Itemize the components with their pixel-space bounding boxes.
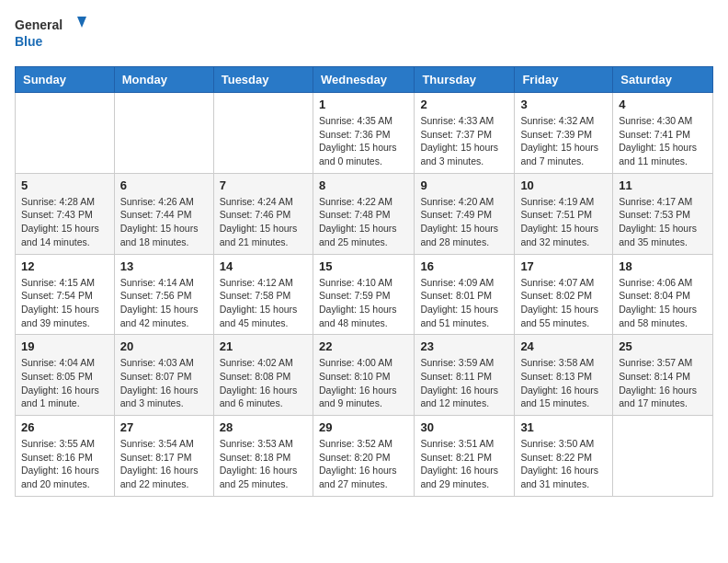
day-number: 29 xyxy=(319,420,408,434)
weekday-header-row: SundayMondayTuesdayWednesdayThursdayFrid… xyxy=(16,67,713,93)
calendar-cell: 24Sunrise: 3:58 AM Sunset: 8:13 PM Dayli… xyxy=(515,335,613,416)
day-info: Sunrise: 4:32 AM Sunset: 7:39 PM Dayligh… xyxy=(520,114,607,168)
day-info: Sunrise: 3:59 AM Sunset: 8:11 PM Dayligh… xyxy=(420,356,508,410)
day-number: 14 xyxy=(220,259,307,273)
calendar-cell: 14Sunrise: 4:12 AM Sunset: 7:58 PM Dayli… xyxy=(213,254,313,335)
calendar-cell: 9Sunrise: 4:20 AM Sunset: 7:49 PM Daylig… xyxy=(415,173,515,254)
day-info: Sunrise: 3:57 AM Sunset: 8:14 PM Dayligh… xyxy=(619,356,707,410)
svg-text:Blue: Blue xyxy=(15,34,43,49)
calendar-cell xyxy=(613,416,713,497)
day-info: Sunrise: 4:30 AM Sunset: 7:41 PM Dayligh… xyxy=(619,114,707,168)
day-number: 27 xyxy=(120,420,208,434)
day-info: Sunrise: 4:35 AM Sunset: 7:36 PM Dayligh… xyxy=(319,114,408,168)
calendar-cell: 5Sunrise: 4:28 AM Sunset: 7:43 PM Daylig… xyxy=(16,173,115,254)
day-info: Sunrise: 4:12 AM Sunset: 7:58 PM Dayligh… xyxy=(220,276,307,330)
calendar-cell: 13Sunrise: 4:14 AM Sunset: 7:56 PM Dayli… xyxy=(114,254,213,335)
day-info: Sunrise: 4:09 AM Sunset: 8:01 PM Dayligh… xyxy=(420,276,508,330)
day-info: Sunrise: 4:17 AM Sunset: 7:53 PM Dayligh… xyxy=(619,195,707,249)
day-number: 25 xyxy=(619,339,707,353)
day-info: Sunrise: 3:52 AM Sunset: 8:20 PM Dayligh… xyxy=(319,437,408,491)
calendar-cell: 4Sunrise: 4:30 AM Sunset: 7:41 PM Daylig… xyxy=(613,93,713,174)
calendar-week-5: 26Sunrise: 3:55 AM Sunset: 8:16 PM Dayli… xyxy=(16,416,713,497)
calendar-cell xyxy=(16,93,115,174)
day-number: 15 xyxy=(319,259,408,273)
calendar-week-4: 19Sunrise: 4:04 AM Sunset: 8:05 PM Dayli… xyxy=(16,335,713,416)
svg-text:General: General xyxy=(15,17,63,32)
day-number: 3 xyxy=(520,98,607,111)
day-info: Sunrise: 4:03 AM Sunset: 8:07 PM Dayligh… xyxy=(120,356,208,410)
calendar-cell: 25Sunrise: 3:57 AM Sunset: 8:14 PM Dayli… xyxy=(613,335,713,416)
day-number: 11 xyxy=(619,178,707,192)
calendar-cell: 8Sunrise: 4:22 AM Sunset: 7:48 PM Daylig… xyxy=(313,173,414,254)
page-header: General Blue xyxy=(15,15,713,55)
day-number: 7 xyxy=(220,178,307,192)
day-info: Sunrise: 4:33 AM Sunset: 7:37 PM Dayligh… xyxy=(420,114,508,168)
weekday-header-wednesday: Wednesday xyxy=(313,67,414,93)
calendar-cell: 21Sunrise: 4:02 AM Sunset: 8:08 PM Dayli… xyxy=(213,335,313,416)
logo-svg: General Blue xyxy=(15,15,88,55)
weekday-header-saturday: Saturday xyxy=(613,67,713,93)
day-number: 28 xyxy=(220,420,307,434)
logo: General Blue xyxy=(15,15,88,55)
calendar-cell: 31Sunrise: 3:50 AM Sunset: 8:22 PM Dayli… xyxy=(515,416,613,497)
day-number: 19 xyxy=(21,339,108,353)
calendar-cell: 26Sunrise: 3:55 AM Sunset: 8:16 PM Dayli… xyxy=(16,416,115,497)
day-number: 21 xyxy=(220,339,307,353)
day-number: 9 xyxy=(420,178,508,192)
calendar-cell: 3Sunrise: 4:32 AM Sunset: 7:39 PM Daylig… xyxy=(515,93,613,174)
calendar-week-1: 1Sunrise: 4:35 AM Sunset: 7:36 PM Daylig… xyxy=(16,93,713,174)
day-info: Sunrise: 3:53 AM Sunset: 8:18 PM Dayligh… xyxy=(220,437,307,491)
day-info: Sunrise: 4:26 AM Sunset: 7:44 PM Dayligh… xyxy=(120,195,208,249)
day-info: Sunrise: 3:58 AM Sunset: 8:13 PM Dayligh… xyxy=(520,356,607,410)
day-number: 12 xyxy=(21,259,108,273)
calendar-cell: 19Sunrise: 4:04 AM Sunset: 8:05 PM Dayli… xyxy=(16,335,115,416)
weekday-header-friday: Friday xyxy=(515,67,613,93)
day-number: 6 xyxy=(120,178,208,192)
calendar-cell: 2Sunrise: 4:33 AM Sunset: 7:37 PM Daylig… xyxy=(415,93,515,174)
day-number: 13 xyxy=(120,259,208,273)
weekday-header-monday: Monday xyxy=(114,67,213,93)
day-info: Sunrise: 4:24 AM Sunset: 7:46 PM Dayligh… xyxy=(220,195,307,249)
calendar-cell: 17Sunrise: 4:07 AM Sunset: 8:02 PM Dayli… xyxy=(515,254,613,335)
calendar-cell: 16Sunrise: 4:09 AM Sunset: 8:01 PM Dayli… xyxy=(415,254,515,335)
day-info: Sunrise: 4:28 AM Sunset: 7:43 PM Dayligh… xyxy=(21,195,108,249)
day-number: 16 xyxy=(420,259,508,273)
calendar-cell: 29Sunrise: 3:52 AM Sunset: 8:20 PM Dayli… xyxy=(313,416,414,497)
calendar-cell: 27Sunrise: 3:54 AM Sunset: 8:17 PM Dayli… xyxy=(114,416,213,497)
day-info: Sunrise: 4:19 AM Sunset: 7:51 PM Dayligh… xyxy=(520,195,607,249)
day-info: Sunrise: 4:14 AM Sunset: 7:56 PM Dayligh… xyxy=(120,276,208,330)
calendar-cell: 23Sunrise: 3:59 AM Sunset: 8:11 PM Dayli… xyxy=(415,335,515,416)
calendar-week-3: 12Sunrise: 4:15 AM Sunset: 7:54 PM Dayli… xyxy=(16,254,713,335)
day-info: Sunrise: 4:00 AM Sunset: 8:10 PM Dayligh… xyxy=(319,356,408,410)
day-info: Sunrise: 3:55 AM Sunset: 8:16 PM Dayligh… xyxy=(21,437,108,491)
calendar-cell: 10Sunrise: 4:19 AM Sunset: 7:51 PM Dayli… xyxy=(515,173,613,254)
day-info: Sunrise: 4:06 AM Sunset: 8:04 PM Dayligh… xyxy=(619,276,707,330)
day-info: Sunrise: 4:07 AM Sunset: 8:02 PM Dayligh… xyxy=(520,276,607,330)
calendar-cell: 6Sunrise: 4:26 AM Sunset: 7:44 PM Daylig… xyxy=(114,173,213,254)
calendar-table: SundayMondayTuesdayWednesdayThursdayFrid… xyxy=(15,66,713,497)
day-number: 31 xyxy=(520,420,607,434)
calendar-cell: 20Sunrise: 4:03 AM Sunset: 8:07 PM Dayli… xyxy=(114,335,213,416)
calendar-cell: 15Sunrise: 4:10 AM Sunset: 7:59 PM Dayli… xyxy=(313,254,414,335)
day-number: 17 xyxy=(520,259,607,273)
day-info: Sunrise: 3:51 AM Sunset: 8:21 PM Dayligh… xyxy=(420,437,508,491)
svg-marker-2 xyxy=(77,17,86,28)
calendar-cell: 1Sunrise: 4:35 AM Sunset: 7:36 PM Daylig… xyxy=(313,93,414,174)
day-number: 18 xyxy=(619,259,707,273)
day-info: Sunrise: 4:20 AM Sunset: 7:49 PM Dayligh… xyxy=(420,195,508,249)
calendar-cell: 22Sunrise: 4:00 AM Sunset: 8:10 PM Dayli… xyxy=(313,335,414,416)
day-number: 8 xyxy=(319,178,408,192)
day-info: Sunrise: 3:50 AM Sunset: 8:22 PM Dayligh… xyxy=(520,437,607,491)
calendar-cell: 18Sunrise: 4:06 AM Sunset: 8:04 PM Dayli… xyxy=(613,254,713,335)
day-number: 10 xyxy=(520,178,607,192)
day-info: Sunrise: 4:15 AM Sunset: 7:54 PM Dayligh… xyxy=(21,276,108,330)
calendar-cell: 30Sunrise: 3:51 AM Sunset: 8:21 PM Dayli… xyxy=(415,416,515,497)
day-info: Sunrise: 4:10 AM Sunset: 7:59 PM Dayligh… xyxy=(319,276,408,330)
weekday-header-thursday: Thursday xyxy=(415,67,515,93)
day-number: 5 xyxy=(21,178,108,192)
calendar-cell xyxy=(114,93,213,174)
calendar-cell xyxy=(213,93,313,174)
day-info: Sunrise: 4:04 AM Sunset: 8:05 PM Dayligh… xyxy=(21,356,108,410)
day-number: 26 xyxy=(21,420,108,434)
day-number: 4 xyxy=(619,98,707,111)
